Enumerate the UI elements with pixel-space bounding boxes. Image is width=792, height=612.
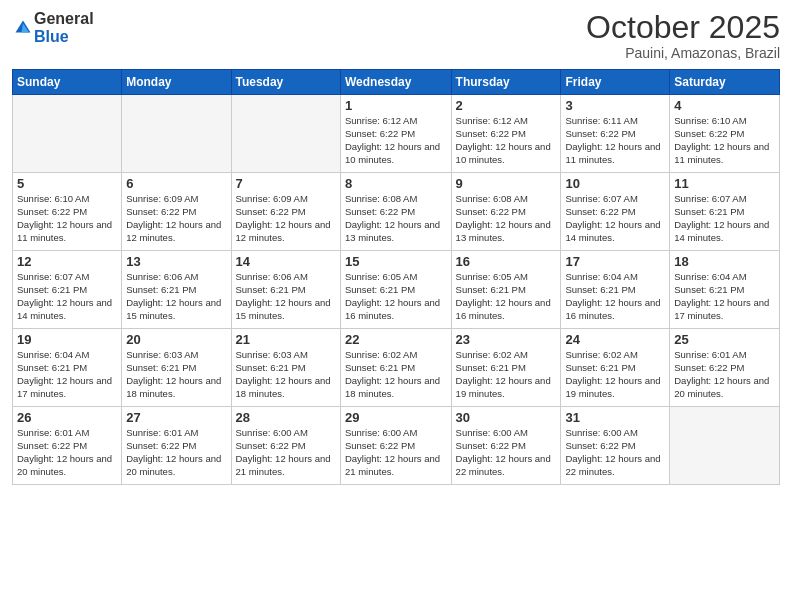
subtitle: Pauini, Amazonas, Brazil [586,45,780,61]
calendar-cell: 27Sunrise: 6:01 AM Sunset: 6:22 PM Dayli… [122,407,231,485]
day-info: Sunrise: 6:00 AM Sunset: 6:22 PM Dayligh… [456,427,557,478]
calendar-cell: 4Sunrise: 6:10 AM Sunset: 6:22 PM Daylig… [670,95,780,173]
day-info: Sunrise: 6:03 AM Sunset: 6:21 PM Dayligh… [236,349,336,400]
month-title: October 2025 [586,10,780,45]
calendar-cell [231,95,340,173]
day-number: 11 [674,176,775,191]
day-number: 24 [565,332,665,347]
calendar-cell: 19Sunrise: 6:04 AM Sunset: 6:21 PM Dayli… [13,329,122,407]
calendar-cell: 18Sunrise: 6:04 AM Sunset: 6:21 PM Dayli… [670,251,780,329]
calendar-cell: 23Sunrise: 6:02 AM Sunset: 6:21 PM Dayli… [451,329,561,407]
calendar-table: Sunday Monday Tuesday Wednesday Thursday… [12,69,780,485]
day-number: 14 [236,254,336,269]
calendar-cell: 3Sunrise: 6:11 AM Sunset: 6:22 PM Daylig… [561,95,670,173]
logo-general: General [34,10,94,28]
day-number: 21 [236,332,336,347]
logo: General Blue [12,10,94,45]
calendar-cell: 2Sunrise: 6:12 AM Sunset: 6:22 PM Daylig… [451,95,561,173]
day-number: 16 [456,254,557,269]
day-number: 31 [565,410,665,425]
logo-blue: Blue [34,28,94,46]
title-section: October 2025 Pauini, Amazonas, Brazil [586,10,780,61]
day-number: 17 [565,254,665,269]
day-number: 1 [345,98,447,113]
day-info: Sunrise: 6:07 AM Sunset: 6:22 PM Dayligh… [565,193,665,244]
th-tuesday: Tuesday [231,70,340,95]
day-number: 28 [236,410,336,425]
calendar-cell: 11Sunrise: 6:07 AM Sunset: 6:21 PM Dayli… [670,173,780,251]
day-number: 22 [345,332,447,347]
calendar-cell: 28Sunrise: 6:00 AM Sunset: 6:22 PM Dayli… [231,407,340,485]
day-number: 9 [456,176,557,191]
day-info: Sunrise: 6:03 AM Sunset: 6:21 PM Dayligh… [126,349,226,400]
calendar-cell: 31Sunrise: 6:00 AM Sunset: 6:22 PM Dayli… [561,407,670,485]
calendar-cell: 8Sunrise: 6:08 AM Sunset: 6:22 PM Daylig… [340,173,451,251]
day-info: Sunrise: 6:10 AM Sunset: 6:22 PM Dayligh… [17,193,117,244]
calendar-cell: 21Sunrise: 6:03 AM Sunset: 6:21 PM Dayli… [231,329,340,407]
th-saturday: Saturday [670,70,780,95]
day-info: Sunrise: 6:00 AM Sunset: 6:22 PM Dayligh… [565,427,665,478]
logo-text: General Blue [34,10,94,45]
th-wednesday: Wednesday [340,70,451,95]
day-info: Sunrise: 6:07 AM Sunset: 6:21 PM Dayligh… [674,193,775,244]
day-number: 7 [236,176,336,191]
day-info: Sunrise: 6:04 AM Sunset: 6:21 PM Dayligh… [565,271,665,322]
header: General Blue October 2025 Pauini, Amazon… [12,10,780,61]
calendar-cell: 12Sunrise: 6:07 AM Sunset: 6:21 PM Dayli… [13,251,122,329]
day-number: 29 [345,410,447,425]
calendar-cell: 9Sunrise: 6:08 AM Sunset: 6:22 PM Daylig… [451,173,561,251]
day-info: Sunrise: 6:12 AM Sunset: 6:22 PM Dayligh… [456,115,557,166]
day-info: Sunrise: 6:02 AM Sunset: 6:21 PM Dayligh… [345,349,447,400]
day-info: Sunrise: 6:01 AM Sunset: 6:22 PM Dayligh… [126,427,226,478]
calendar-cell: 20Sunrise: 6:03 AM Sunset: 6:21 PM Dayli… [122,329,231,407]
calendar-cell: 24Sunrise: 6:02 AM Sunset: 6:21 PM Dayli… [561,329,670,407]
calendar-cell: 26Sunrise: 6:01 AM Sunset: 6:22 PM Dayli… [13,407,122,485]
day-info: Sunrise: 6:01 AM Sunset: 6:22 PM Dayligh… [17,427,117,478]
day-info: Sunrise: 6:02 AM Sunset: 6:21 PM Dayligh… [456,349,557,400]
day-info: Sunrise: 6:04 AM Sunset: 6:21 PM Dayligh… [17,349,117,400]
day-info: Sunrise: 6:12 AM Sunset: 6:22 PM Dayligh… [345,115,447,166]
calendar-cell [13,95,122,173]
calendar-cell: 22Sunrise: 6:02 AM Sunset: 6:21 PM Dayli… [340,329,451,407]
calendar-week-3: 19Sunrise: 6:04 AM Sunset: 6:21 PM Dayli… [13,329,780,407]
day-info: Sunrise: 6:04 AM Sunset: 6:21 PM Dayligh… [674,271,775,322]
calendar-cell: 16Sunrise: 6:05 AM Sunset: 6:21 PM Dayli… [451,251,561,329]
calendar-cell: 17Sunrise: 6:04 AM Sunset: 6:21 PM Dayli… [561,251,670,329]
day-info: Sunrise: 6:07 AM Sunset: 6:21 PM Dayligh… [17,271,117,322]
day-number: 23 [456,332,557,347]
day-info: Sunrise: 6:08 AM Sunset: 6:22 PM Dayligh… [345,193,447,244]
calendar-cell: 10Sunrise: 6:07 AM Sunset: 6:22 PM Dayli… [561,173,670,251]
day-info: Sunrise: 6:01 AM Sunset: 6:22 PM Dayligh… [674,349,775,400]
calendar-cell: 13Sunrise: 6:06 AM Sunset: 6:21 PM Dayli… [122,251,231,329]
calendar-cell: 1Sunrise: 6:12 AM Sunset: 6:22 PM Daylig… [340,95,451,173]
calendar-week-2: 12Sunrise: 6:07 AM Sunset: 6:21 PM Dayli… [13,251,780,329]
day-number: 5 [17,176,117,191]
th-friday: Friday [561,70,670,95]
day-number: 13 [126,254,226,269]
day-info: Sunrise: 6:02 AM Sunset: 6:21 PM Dayligh… [565,349,665,400]
day-info: Sunrise: 6:11 AM Sunset: 6:22 PM Dayligh… [565,115,665,166]
day-number: 10 [565,176,665,191]
day-number: 4 [674,98,775,113]
day-number: 8 [345,176,447,191]
th-thursday: Thursday [451,70,561,95]
th-monday: Monday [122,70,231,95]
day-number: 26 [17,410,117,425]
calendar-cell [122,95,231,173]
day-info: Sunrise: 6:00 AM Sunset: 6:22 PM Dayligh… [345,427,447,478]
day-number: 2 [456,98,557,113]
day-info: Sunrise: 6:05 AM Sunset: 6:21 PM Dayligh… [345,271,447,322]
calendar-week-0: 1Sunrise: 6:12 AM Sunset: 6:22 PM Daylig… [13,95,780,173]
calendar-cell: 15Sunrise: 6:05 AM Sunset: 6:21 PM Dayli… [340,251,451,329]
day-info: Sunrise: 6:10 AM Sunset: 6:22 PM Dayligh… [674,115,775,166]
calendar-week-1: 5Sunrise: 6:10 AM Sunset: 6:22 PM Daylig… [13,173,780,251]
day-number: 3 [565,98,665,113]
day-number: 20 [126,332,226,347]
day-number: 30 [456,410,557,425]
calendar-cell: 29Sunrise: 6:00 AM Sunset: 6:22 PM Dayli… [340,407,451,485]
day-number: 6 [126,176,226,191]
day-number: 15 [345,254,447,269]
day-number: 19 [17,332,117,347]
logo-icon [14,19,32,37]
day-number: 18 [674,254,775,269]
